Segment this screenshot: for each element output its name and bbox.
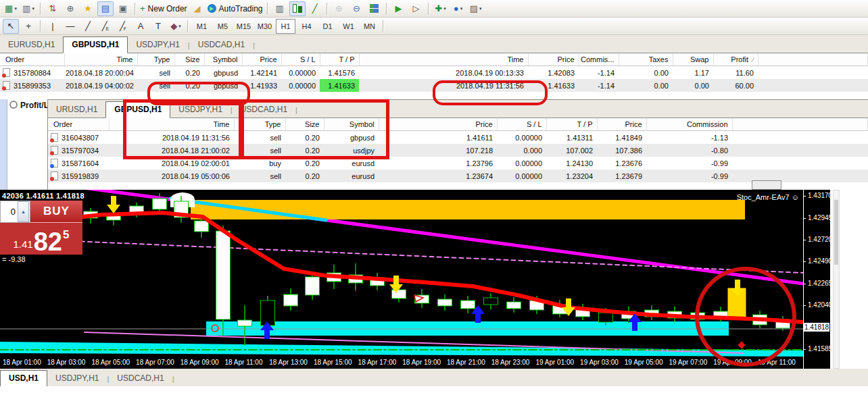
zoom-in-button[interactable]: ⊕ [331, 1, 347, 16]
col-header-price[interactable]: Price [597, 118, 646, 131]
line-chart-button[interactable]: ╱ [307, 1, 323, 16]
text-label-button[interactable]: T [150, 19, 166, 34]
lot-size-spinner[interactable]: 0 ▲ [0, 201, 30, 223]
table-row[interactable]: 3159198392018.04.19 05:00:06sell0.20euru… [48, 169, 868, 182]
bottom-tab-usdjpy-h1[interactable]: USDJPY,H1 [47, 371, 107, 386]
col-header-s-l[interactable]: S / L [497, 118, 546, 131]
col-header-swap[interactable]: Swap [673, 53, 713, 66]
col-header-price[interactable]: Price [379, 118, 497, 131]
autotrading-button[interactable]: ▶AutoTrading [207, 1, 264, 16]
col-header-taxes[interactable]: Taxes [619, 53, 673, 66]
tab-gbpusd-h1[interactable]: GBPUSD,H1 [63, 36, 128, 53]
col-header-size[interactable]: Size [174, 53, 204, 66]
sell-price-display[interactable]: 1.41825 [0, 223, 82, 255]
tab-usdcad-h1[interactable]: USDCAD,H1 [190, 37, 253, 53]
cell: buy [234, 157, 285, 169]
chart-canvas[interactable] [0, 190, 803, 369]
price-scale[interactable]: 1.41818 1.431701.429451.427201.424901.42… [803, 190, 830, 369]
time-axis[interactable]: 18 Apr 01:0018 Apr 03:0018 Apr 05:0018 A… [0, 357, 803, 369]
data-window-button[interactable]: ⊕ [62, 1, 78, 16]
table-row[interactable]: 3158716042018.04.19 02:00:01buy0.20eurus… [48, 157, 868, 169]
profiles-button[interactable]: ▥▾ [20, 1, 37, 16]
col-header-profit[interactable]: Profit∕ [713, 53, 758, 66]
cell: 1.41311 [546, 131, 597, 145]
current-price-box: 1.41818 [804, 323, 829, 332]
new-order-button[interactable]: +New Order [139, 1, 188, 16]
table-row[interactable]: 3160438072018.04.19 11:31:56sell0.20gbpu… [48, 131, 868, 145]
crosshair-button[interactable]: + [20, 19, 37, 34]
tab-eurusd-h1[interactable]: EURUSD,H1 [0, 37, 63, 53]
zoom-out-button[interactable]: ⊖ [349, 1, 365, 16]
timeframe-h4[interactable]: H4 [297, 19, 316, 34]
eraser-button[interactable]: ◢ [189, 1, 206, 16]
trendline-button[interactable]: ╱ [80, 19, 96, 34]
scale-label: 1.42945 [808, 214, 832, 221]
tab-usdjpy-h1[interactable]: USDJPY,H1 [128, 37, 187, 53]
new-chart-button[interactable]: ▦▾ [3, 1, 19, 16]
timeframe-h1[interactable]: H1 [276, 19, 295, 34]
bottom-tab-usdcad-h1[interactable]: USDCAD,H1 [109, 371, 172, 386]
sell-order-icon [51, 133, 58, 142]
table-row[interactable]: 3158993532018.04.19 04:00:02sell0.20gbpu… [0, 79, 868, 92]
market-watch-button[interactable]: ⇅ [45, 1, 61, 16]
timeframe-d1[interactable]: D1 [318, 19, 337, 34]
diamond-marker-icon [738, 341, 745, 348]
table-row[interactable]: 3157808842018.04.18 20:00:04sell0.20gbpu… [0, 66, 868, 80]
sell-order-icon [51, 146, 58, 155]
periods-button[interactable]: ●▾ [450, 1, 466, 16]
table-row[interactable]: 3157970342018.04.18 21:00:02sell0.20usdj… [48, 144, 868, 157]
timeframe-m1[interactable]: M1 [192, 19, 212, 34]
cell: 0.00000 [281, 66, 320, 80]
col-header-price[interactable]: Price [242, 53, 281, 66]
indicators-button[interactable]: ✚▾ [433, 1, 449, 16]
timeframe-mn[interactable]: MN [360, 19, 379, 34]
col-header-t-p[interactable]: T / P [546, 118, 597, 131]
col-header-symbol[interactable]: Symbol [324, 118, 379, 131]
navigator-button[interactable]: ▤ [97, 1, 114, 16]
bottom-tab-usd-h1[interactable]: USD,H1 [0, 370, 47, 387]
auto-scroll-button[interactable]: ▶ [391, 1, 407, 16]
history-tab-usdjpy-h1[interactable]: USDJPY,H1 [170, 102, 230, 117]
vertical-scrollbar[interactable] [833, 190, 840, 369]
history-tab-gbpusd-h1[interactable]: GBPUSD,H1 [105, 101, 170, 118]
spinner-up-icon[interactable]: ▲ [18, 201, 29, 222]
horizontal-line-button[interactable]: — [62, 19, 78, 34]
favorites-button[interactable]: ★ [80, 1, 96, 16]
equidistant-channel-button[interactable]: ╱E [97, 19, 114, 34]
timeframe-w1[interactable]: W1 [339, 19, 358, 34]
col-header-size[interactable]: Size [285, 118, 324, 131]
timeframe-m5[interactable]: M5 [213, 19, 233, 34]
col-header-type[interactable]: Type [137, 53, 174, 66]
timeframe-m15[interactable]: M15 [234, 19, 254, 34]
col-header-s-l[interactable]: S / L [281, 53, 320, 66]
col-header-order[interactable]: Order [0, 53, 64, 66]
col-header-price[interactable]: Price [528, 53, 579, 66]
buy-button[interactable]: BUY [30, 201, 82, 223]
vertical-line-button[interactable]: | [45, 19, 61, 34]
chart-window[interactable]: 1.41818 1.431701.429451.427201.424901.42… [0, 190, 830, 369]
cell: sell [234, 169, 285, 182]
col-header-time[interactable]: Time [64, 53, 137, 66]
cursor-button[interactable]: ↖ [3, 19, 19, 34]
arrows-tool-button[interactable]: ◆▾ [168, 19, 184, 34]
terminal-button[interactable]: ▣ [115, 1, 131, 16]
col-header-time[interactable]: Time [359, 53, 528, 66]
col-header-commission[interactable]: Commission [646, 118, 732, 131]
fibonacci-button[interactable]: ╱F [115, 19, 131, 34]
chart-shift-button[interactable]: ▷ [408, 1, 425, 16]
tile-windows-button[interactable] [366, 1, 383, 16]
timeframe-m30[interactable]: M30 [255, 19, 274, 34]
col-header-time[interactable]: Time [109, 118, 234, 131]
col-header-order[interactable]: Order [48, 118, 109, 131]
text-button[interactable]: A [132, 19, 149, 34]
col-header-t-p[interactable]: T / P [320, 53, 359, 66]
candlestick-chart-button[interactable] [289, 1, 306, 16]
col-header-type[interactable]: Type [234, 118, 285, 131]
bar-chart-button[interactable]: ▥ [272, 1, 288, 16]
history-tab-usdcad-h1[interactable]: USDCAD,H1 [233, 102, 295, 117]
scrollbar-thumb[interactable] [834, 200, 838, 265]
templates-button[interactable]: ▨▾ [468, 1, 484, 16]
col-header-commis-[interactable]: Commis... [579, 53, 619, 66]
history-tab-urusd-h1[interactable]: URUSD,H1 [48, 102, 105, 117]
col-header-symbol[interactable]: Symbol [204, 53, 242, 66]
